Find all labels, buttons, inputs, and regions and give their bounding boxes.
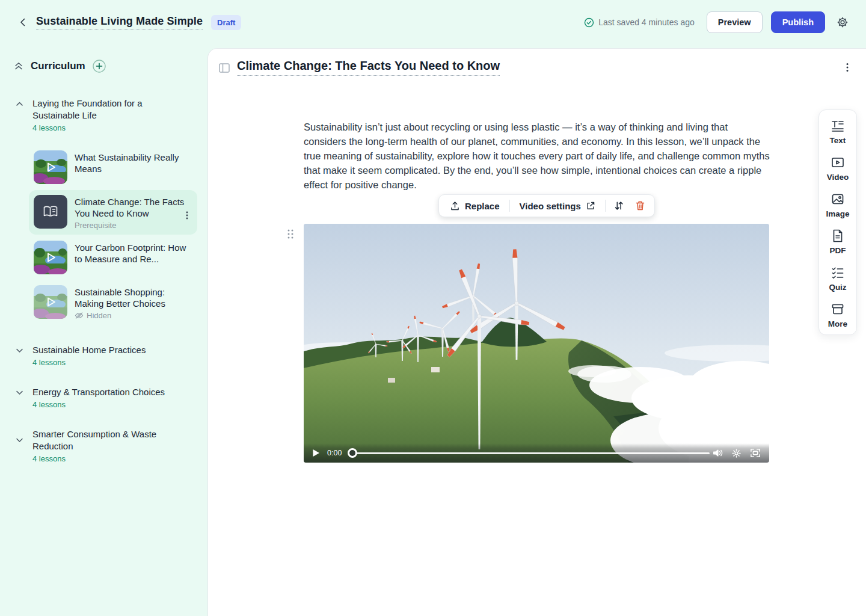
add-section-button[interactable] xyxy=(92,59,106,73)
add-text-block-button[interactable]: Text xyxy=(830,119,846,145)
block-tools-panel: Text Video Image PDF Quiz More xyxy=(818,109,857,335)
collapse-all-button[interactable] xyxy=(13,61,24,72)
lesson-prerequisite-label: Prerequisite xyxy=(75,221,192,230)
toolbar-divider xyxy=(509,200,510,212)
section-header-4[interactable]: Smarter Consumption & Waste Reduction 4 … xyxy=(13,428,197,463)
chevron-up-icon xyxy=(13,99,25,132)
lesson-editor: Climate Change: The Facts You Need to Kn… xyxy=(207,48,866,616)
play-icon xyxy=(312,449,320,457)
replace-video-button[interactable]: Replace xyxy=(443,197,507,215)
add-video-block-button[interactable]: Video xyxy=(827,155,849,182)
eye-off-icon xyxy=(75,312,84,319)
section-lesson-count: 4 lessons xyxy=(32,123,159,132)
image-block-icon xyxy=(831,192,845,206)
player-settings-button[interactable] xyxy=(729,448,744,458)
lesson-title: Your Carbon Footprint: How to Measure an… xyxy=(75,242,192,265)
check-circle-icon xyxy=(584,17,594,28)
add-image-block-button[interactable]: Image xyxy=(826,192,849,218)
kebab-menu-icon xyxy=(183,211,191,220)
chevron-down-icon xyxy=(13,346,25,367)
preview-button[interactable]: Preview xyxy=(707,11,763,33)
volume-icon xyxy=(712,448,723,458)
section-header-2[interactable]: Sustainable Home Practices 4 lessons xyxy=(13,344,197,367)
lesson-thumbnail xyxy=(34,285,67,319)
section-title: Smarter Consumption & Waste Reduction xyxy=(32,428,165,452)
play-icon xyxy=(34,285,67,319)
publish-button[interactable]: Publish xyxy=(771,11,825,33)
lesson-thumbnail xyxy=(34,195,67,229)
video-block-toolbar: Replace Video settings xyxy=(438,194,655,217)
more-blocks-button[interactable]: More xyxy=(828,302,847,328)
play-button[interactable] xyxy=(310,449,322,457)
curriculum-section: Sustainable Home Practices 4 lessons xyxy=(13,344,197,367)
toggle-sidebar-icon[interactable] xyxy=(219,63,230,73)
upload-icon xyxy=(450,201,460,211)
curriculum-sidebar: Curriculum Laying the Foundation for a S… xyxy=(0,45,207,616)
chevron-left-icon xyxy=(17,17,28,28)
play-icon xyxy=(34,241,67,274)
lesson-title-heading[interactable]: Climate Change: The Facts You Need to Kn… xyxy=(237,59,500,76)
video-time: 0:00 xyxy=(327,449,342,457)
lesson-title: Climate Change: The Facts You Need to Kn… xyxy=(75,196,192,219)
lesson-thumbnail xyxy=(34,241,67,274)
lesson-thumbnail xyxy=(34,150,67,184)
lesson-item-video-2[interactable]: Your Carbon Footprint: How to Measure an… xyxy=(29,236,197,279)
back-button[interactable] xyxy=(14,14,31,31)
section-title: Sustainable Home Practices xyxy=(32,344,146,356)
open-book-icon xyxy=(43,205,58,219)
lesson-item-video-hidden[interactable]: Sustainable Shopping: Making Better Choi… xyxy=(29,280,197,325)
quiz-block-icon xyxy=(831,265,845,280)
settings-button[interactable] xyxy=(834,13,852,31)
gear-icon xyxy=(836,16,849,29)
section-lesson-count: 4 lessons xyxy=(32,400,165,409)
play-icon xyxy=(34,150,67,184)
last-saved-status: Last saved 4 minutes ago xyxy=(584,17,695,28)
move-block-button[interactable] xyxy=(608,197,630,215)
top-bar: Sustainable Living Made Simple Draft Las… xyxy=(0,0,866,45)
delete-block-button[interactable] xyxy=(630,197,651,215)
chevron-down-icon xyxy=(13,388,25,409)
curriculum-section: Laying the Foundation for a Sustainable … xyxy=(13,97,197,132)
wind-turbines-video-frame xyxy=(304,224,769,463)
last-saved-text: Last saved 4 minutes ago xyxy=(598,17,695,27)
kebab-menu-icon xyxy=(843,62,852,73)
chevron-down-icon xyxy=(13,436,25,463)
add-pdf-block-button[interactable]: PDF xyxy=(830,229,846,255)
sort-arrows-icon xyxy=(613,200,624,211)
status-badge: Draft xyxy=(211,15,241,30)
section-header-1[interactable]: Laying the Foundation for a Sustainable … xyxy=(13,97,197,132)
fullscreen-button[interactable] xyxy=(748,448,763,458)
plus-circle-icon xyxy=(92,59,106,73)
course-title[interactable]: Sustainable Living Made Simple xyxy=(36,15,203,30)
lesson-item-article-selected[interactable]: Climate Change: The Facts You Need to Kn… xyxy=(29,190,197,235)
add-quiz-block-button[interactable]: Quiz xyxy=(829,265,846,292)
section-title: Energy & Transportation Choices xyxy=(32,386,165,398)
video-controls: 0:00 xyxy=(304,443,769,463)
lesson-options-button[interactable] xyxy=(183,211,191,220)
video-block-icon xyxy=(831,155,845,170)
double-chevron-up-icon xyxy=(13,61,24,72)
volume-button[interactable] xyxy=(710,448,725,458)
lesson-hidden-label: Hidden xyxy=(75,311,192,320)
text-block-icon xyxy=(831,119,845,133)
lesson-options-button[interactable] xyxy=(843,62,852,73)
external-link-icon xyxy=(586,201,595,211)
lesson-title: What Sustainability Really Means xyxy=(75,152,192,174)
pdf-block-icon xyxy=(831,229,844,243)
block-drag-handle[interactable] xyxy=(285,227,296,241)
lesson-title: Sustainable Shopping: Making Better Choi… xyxy=(75,286,192,309)
curriculum-heading: Curriculum xyxy=(31,60,85,72)
section-lesson-count: 4 lessons xyxy=(32,454,165,463)
video-player[interactable]: 0:00 xyxy=(304,224,769,463)
section-header-3[interactable]: Energy & Transportation Choices 4 lesson… xyxy=(13,386,197,409)
more-blocks-icon xyxy=(831,302,845,316)
video-settings-button[interactable]: Video settings xyxy=(512,197,603,215)
lesson-intro-text[interactable]: Sustainability isn’t just about recyclin… xyxy=(304,120,772,192)
toolbar-divider xyxy=(605,200,606,212)
gear-icon xyxy=(731,448,742,458)
section-lesson-count: 4 lessons xyxy=(32,358,146,367)
progress-track[interactable] xyxy=(356,452,710,454)
lesson-list: What Sustainability Really Means Climate… xyxy=(29,146,197,325)
lesson-item-video-1[interactable]: What Sustainability Really Means xyxy=(29,146,197,189)
fullscreen-icon xyxy=(750,448,761,458)
